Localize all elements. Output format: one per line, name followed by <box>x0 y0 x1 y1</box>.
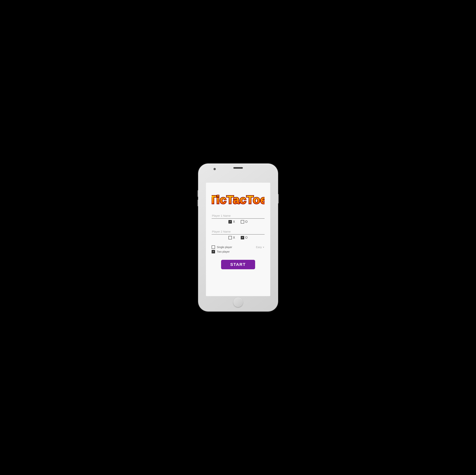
phone-screen: TicTacToe TicTacToe X O <box>206 183 270 296</box>
two-player-label: Two player <box>217 250 230 253</box>
difficulty-value: Easy <box>256 246 262 249</box>
volume-down-button <box>198 200 198 206</box>
form-container: X O X O <box>212 213 265 269</box>
phone-device: TicTacToe TicTacToe X O <box>198 164 278 311</box>
two-player-checkbox[interactable] <box>212 250 215 253</box>
player2-o-label: O <box>245 236 248 239</box>
player2-name-input[interactable] <box>212 229 265 235</box>
player2-o-option[interactable]: O <box>241 236 248 239</box>
single-player-checkbox[interactable] <box>212 245 215 249</box>
player2-x-option[interactable]: X <box>228 236 235 239</box>
power-button <box>278 194 279 204</box>
mode-section: Single player Easy ▼ Two player <box>212 245 265 253</box>
two-player-row[interactable]: Two player <box>212 250 265 253</box>
player1-section: X O <box>212 213 265 227</box>
player1-o-checkbox[interactable] <box>241 220 244 223</box>
earpiece <box>233 167 243 169</box>
player1-o-label: O <box>245 220 248 223</box>
start-button[interactable]: START <box>221 260 255 269</box>
player1-symbol-row: X O <box>212 220 265 223</box>
player1-x-label: X <box>233 220 235 223</box>
phone-top-bar <box>198 167 278 169</box>
volume-up-button <box>198 190 198 197</box>
single-player-label: Single player <box>217 246 232 249</box>
svg-text:TicTacToe: TicTacToe <box>212 193 265 206</box>
start-button-container: START <box>212 258 265 269</box>
player1-x-checkbox[interactable] <box>228 220 232 223</box>
player1-x-option[interactable]: X <box>228 220 235 223</box>
player2-section: X O <box>212 229 265 243</box>
player1-o-option[interactable]: O <box>241 220 248 223</box>
chevron-down-icon: ▼ <box>263 246 265 248</box>
game-logo: TicTacToe TicTacToe <box>212 190 265 207</box>
logo-container: TicTacToe TicTacToe <box>212 190 265 207</box>
player1-name-input[interactable] <box>212 213 265 219</box>
home-button[interactable] <box>233 298 243 307</box>
difficulty-dropdown[interactable]: Easy ▼ <box>256 246 264 249</box>
player2-symbol-row: X O <box>212 236 265 239</box>
player2-x-checkbox[interactable] <box>228 236 232 239</box>
single-player-row[interactable]: Single player Easy ▼ <box>212 245 265 249</box>
player2-o-checkbox[interactable] <box>241 236 244 239</box>
player2-x-label: X <box>233 236 235 239</box>
